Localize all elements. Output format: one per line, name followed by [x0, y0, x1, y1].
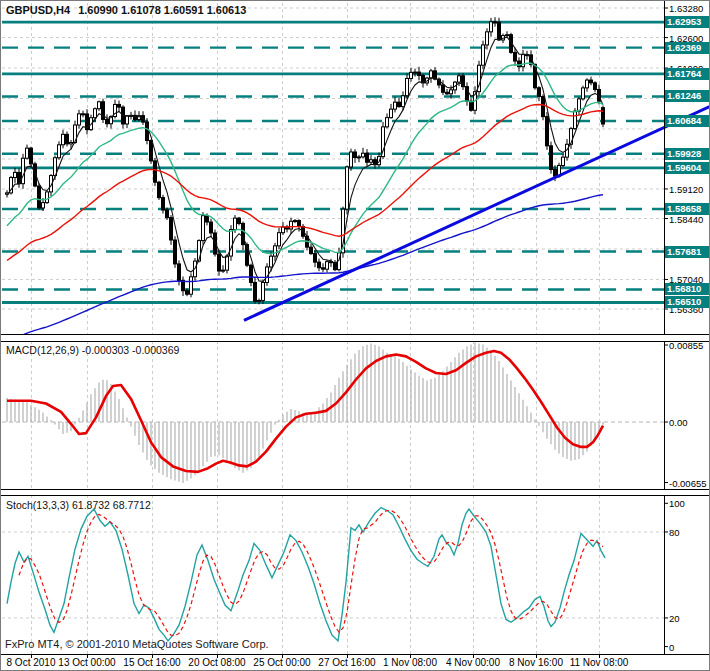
stoch-axis-tick-label: 20 [669, 613, 680, 624]
stoch-indicator-label: Stoch(13,3,3) 61.8732 68.7712 [6, 499, 151, 511]
price-axis-tick-label: 1.63280 [669, 3, 703, 14]
ohlc-values-label: 1.60990 1.61078 1.60591 1.60613 [78, 4, 246, 16]
price-level-badge: 1.56810 [665, 283, 710, 295]
price-level-badge: 1.61764 [665, 68, 710, 80]
chart-title: GBPUSD,H41.60990 1.61078 1.60591 1.60613 [6, 4, 246, 16]
chart-window: GBPUSD,H41.60990 1.61078 1.60591 1.60613… [0, 0, 710, 671]
price-axis-tick-label: 1.58440 [669, 214, 703, 225]
copyright-label: FxPro MT4, © 2001-2010 MetaQuotes Softwa… [5, 638, 269, 650]
price-level-badge: 1.60684 [665, 115, 710, 127]
stoch-axis-tick-label: 80 [669, 527, 680, 538]
price-level-badge: 1.62369 [665, 42, 710, 54]
chart-canvas[interactable] [1, 1, 710, 671]
macd-axis-tick-label: 0.00 [669, 417, 688, 428]
price-level-badge: 1.59928 [665, 148, 710, 160]
price-axis-tick-label: 1.59120 [669, 184, 703, 195]
symbol-timeframe-label: GBPUSD,H4 [6, 4, 70, 16]
chart-background [1, 1, 710, 671]
stoch-axis-tick-label: 100 [669, 498, 685, 509]
stoch-axis-tick-label: 0 [669, 642, 674, 653]
price-level-badge: 1.57681 [665, 246, 710, 258]
price-level-badge: 1.58658 [665, 203, 710, 215]
macd-axis-tick-label: 0.00855 [669, 340, 703, 351]
price-level-badge: 1.56510 [665, 296, 710, 308]
macd-axis-tick-label: -0.00655 [669, 478, 707, 489]
time-axis-label: 11 Nov 08:00 [554, 657, 644, 668]
macd-indicator-label: MACD(12,26,9) -0.000303 -0.000369 [6, 344, 179, 356]
price-level-badge: 1.59604 [665, 162, 710, 174]
price-level-badge: 1.62953 [665, 16, 710, 28]
price-level-badge: 1.61246 [665, 90, 710, 102]
